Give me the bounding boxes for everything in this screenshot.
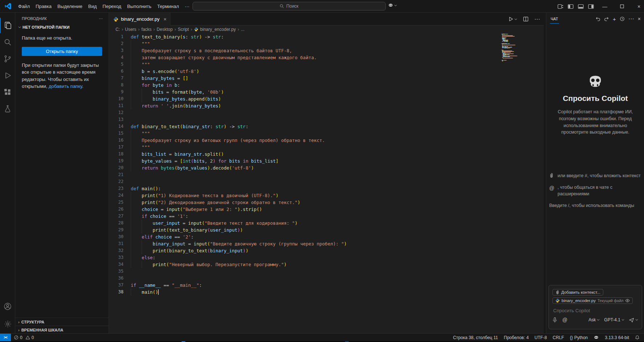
line-number: 7 xyxy=(109,75,123,82)
code-area[interactable]: 1def text_to_binary(s: str) -> str:2 """… xyxy=(109,33,544,333)
copilot-status-icon[interactable] xyxy=(594,335,599,340)
chat-mode-dropdown[interactable]: Ask xyxy=(588,317,600,322)
line-number: 20 xyxy=(109,164,123,171)
current-file-name: binary_encoder.py xyxy=(562,298,596,303)
window-close-button[interactable]: × xyxy=(631,0,644,13)
add-folder-link[interactable]: добавить папку xyxy=(49,84,82,89)
chat-input-placeholder[interactable]: Спросить Copilot xyxy=(553,308,638,313)
menu-item[interactable]: Выделение xyxy=(54,2,85,11)
toggle-panel-icon[interactable] xyxy=(578,4,584,9)
status-language-mode[interactable]: {}Python xyxy=(570,335,588,340)
command-center-search[interactable]: Поиск xyxy=(193,2,386,11)
code-line: 21 xyxy=(109,171,544,178)
code-line: 14def binary_to_text(binary_str: str) ->… xyxy=(109,123,544,130)
redo-icon[interactable] xyxy=(604,16,609,21)
remote-indicator[interactable]: >< xyxy=(0,334,11,342)
chat-history-icon[interactable] xyxy=(620,16,625,21)
chevron-down-icon xyxy=(514,18,517,21)
sidebar-section-outline[interactable]: ›СТРУКТУРА xyxy=(15,318,109,326)
code-line: 31 binary_input = input("Введите двоичну… xyxy=(109,240,544,247)
activitybar-search-icon[interactable] xyxy=(0,34,15,50)
status-encoding[interactable]: UTF-8 xyxy=(535,335,547,340)
title-bar: ФайлПравкаВыделениеВидПереходВыполнитьТе… xyxy=(0,0,644,13)
add-context-chip[interactable]: Добавить контекст... xyxy=(552,289,603,296)
status-cursor-position[interactable]: Строка 38, столбец 11 xyxy=(453,335,498,340)
breadcrumb-item[interactable]: Script xyxy=(178,27,189,32)
eye-icon[interactable] xyxy=(625,299,630,302)
chat-tips: или введите #, чтобы вложить контекст@, … xyxy=(549,172,642,214)
chat-close-icon[interactable]: × xyxy=(638,16,641,22)
chat-welcome-title: Спросить Copilot xyxy=(546,94,644,103)
run-python-button[interactable] xyxy=(508,16,517,22)
menu-item[interactable]: Переход xyxy=(100,2,124,11)
sidebar-more-actions-icon[interactable]: ··· xyxy=(99,16,103,21)
menu-item[interactable]: Терминал xyxy=(154,2,182,11)
sidebar-title: ПРОВОДНИК xyxy=(22,16,47,21)
line-number: 35 xyxy=(109,268,123,275)
python-file-icon xyxy=(194,27,198,32)
line-number: 17 xyxy=(109,144,123,151)
status-python-version[interactable]: 3.13.3 64-bit xyxy=(605,335,629,340)
new-chat-icon[interactable]: + xyxy=(613,16,616,22)
line-number: 30 xyxy=(109,233,123,240)
customize-layout-icon[interactable] xyxy=(558,4,563,9)
activity-bar xyxy=(0,13,15,333)
breadcrumb-item[interactable]: Users xyxy=(125,27,136,32)
code-line: 27 if choice == '1': xyxy=(109,213,544,220)
breadcrumb-file[interactable]: binary_encoder.py xyxy=(200,27,236,32)
editor-more-actions-icon[interactable]: ··· xyxy=(534,16,540,23)
problems-indicator[interactable]: 0 0 xyxy=(14,335,34,340)
code-line: 17 """ xyxy=(109,144,544,151)
mic-icon[interactable] xyxy=(552,317,557,323)
line-number: 11 xyxy=(109,102,123,109)
undo-icon[interactable] xyxy=(595,16,600,21)
chat-tip: @, чтобы общаться в чате с расширениями xyxy=(549,184,642,197)
activitybar-extensions-icon[interactable] xyxy=(0,85,15,100)
menu-item[interactable]: Правка xyxy=(33,2,54,11)
status-indentation[interactable]: Пробелов: 4 xyxy=(504,335,529,340)
breadcrumb-item[interactable]: facks xyxy=(141,27,151,32)
window-minimize-button[interactable]: — xyxy=(596,0,613,13)
activitybar-explorer-icon[interactable] xyxy=(0,18,15,33)
mention-icon[interactable]: @ xyxy=(562,317,567,323)
breadcrumbs[interactable]: C:›Users›facks›Desktop›Script›binary_enc… xyxy=(109,25,544,33)
status-eol[interactable]: CRLF xyxy=(553,335,564,340)
toggle-primary-sidebar-icon[interactable] xyxy=(568,4,574,9)
line-number: 22 xyxy=(109,178,123,185)
tab-binary-encoder[interactable]: binary_encoder.py × xyxy=(109,13,170,25)
activitybar-account-icon[interactable] xyxy=(0,299,15,314)
sidebar-section-timeline[interactable]: ›ВРЕМЕННАЯ ШКАЛА xyxy=(15,326,109,334)
line-number: 31 xyxy=(109,240,123,247)
breadcrumb-separator: › xyxy=(122,27,123,32)
chat-send-button[interactable] xyxy=(629,317,638,323)
menu-item[interactable]: ··· xyxy=(182,2,193,11)
code-line: 5 """ xyxy=(109,61,544,68)
window-maximize-button[interactable] xyxy=(613,0,630,13)
current-file-chip[interactable]: binary_encoder.py Текущий файл xyxy=(552,297,633,304)
titlebar-copilot-button[interactable] xyxy=(388,3,397,8)
activitybar-source-control-icon[interactable] xyxy=(0,51,15,66)
minimap[interactable] xyxy=(501,34,542,61)
chat-model-dropdown[interactable]: GPT-4.1 xyxy=(604,317,624,322)
tab-close-icon[interactable]: × xyxy=(163,16,166,22)
menu-item[interactable]: Файл xyxy=(15,2,33,11)
split-editor-icon[interactable] xyxy=(523,16,528,22)
activitybar-testing-icon[interactable] xyxy=(0,101,15,117)
activitybar-run-debug-icon[interactable] xyxy=(0,68,15,83)
breadcrumb-item[interactable]: C: xyxy=(116,27,120,32)
chevron-down-icon xyxy=(394,4,397,7)
chat-tab[interactable]: ЧАТ xyxy=(550,15,559,24)
breadcrumb-tail[interactable]: ... xyxy=(241,27,244,32)
chat-more-actions-icon[interactable]: ··· xyxy=(628,16,634,22)
warning-icon xyxy=(25,335,30,340)
code-line: 37if __name__ == "__main__": xyxy=(109,282,544,289)
toggle-secondary-sidebar-icon[interactable] xyxy=(588,4,594,9)
sidebar-section-no-folder[interactable]: НЕТ ОТКРЫТОЙ ПАПКИ xyxy=(15,24,109,31)
menu-item[interactable]: Вид xyxy=(85,2,100,11)
breadcrumb-item[interactable]: Desktop xyxy=(157,27,173,32)
activitybar-settings-gear-icon[interactable] xyxy=(0,316,15,331)
chat-input-box[interactable]: Добавить контекст... binary_encoder.py Т… xyxy=(548,285,642,329)
notifications-bell-icon[interactable] xyxy=(635,335,640,340)
menu-item[interactable]: Выполнить xyxy=(124,2,154,11)
open-folder-button[interactable]: Открыть папку xyxy=(22,47,102,56)
